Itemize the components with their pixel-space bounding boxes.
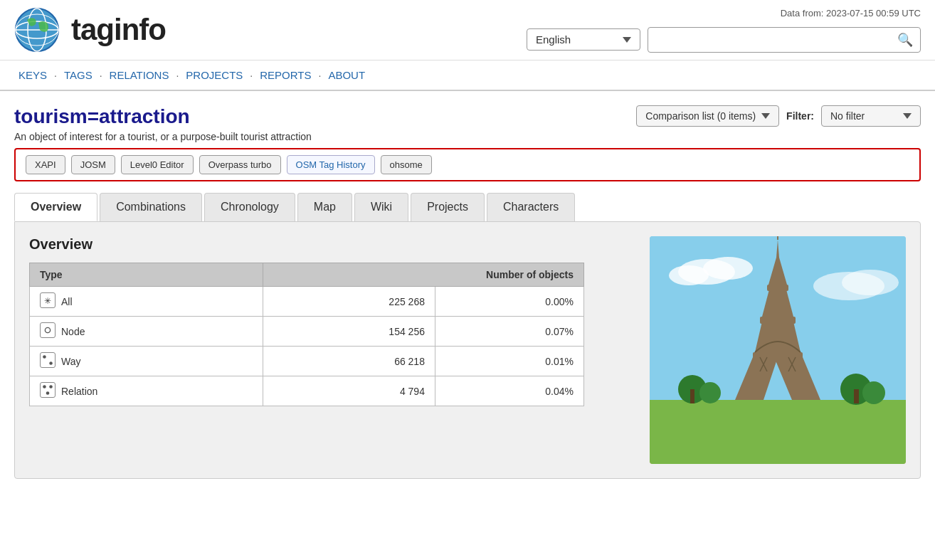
nav-item-keys[interactable]: KEYS <box>14 60 51 90</box>
nav-link-tags[interactable]: TAGS <box>60 60 97 90</box>
svg-rect-21 <box>753 352 803 361</box>
filter-selector[interactable]: No filter <box>821 105 921 127</box>
external-links-box: XAPI JOSM Level0 Editor Overpass turbo O… <box>14 148 921 181</box>
percent-cell: 0.04% <box>435 376 583 406</box>
svg-point-9 <box>43 385 46 389</box>
svg-point-11 <box>46 391 50 395</box>
comparison-list-label: Comparison list (0 items) <box>645 110 756 122</box>
svg-point-34 <box>699 382 721 403</box>
globe-icon <box>14 7 60 53</box>
josm-link[interactable]: JOSM <box>71 155 115 174</box>
header-left: taginfo <box>14 7 166 53</box>
search-icon[interactable]: 🔍 <box>897 32 913 48</box>
overview-left: Overview Type Number of objects ✳ All 22… <box>29 236 635 464</box>
nav-item-tags[interactable]: TAGS <box>60 60 97 90</box>
search-box: 🔍 <box>648 27 921 53</box>
xapi-link[interactable]: XAPI <box>26 155 65 174</box>
nav-item-projects[interactable]: PROJECTS <box>181 60 247 90</box>
table-row: Relation 4 794 0.04% <box>30 376 584 406</box>
nav-link-relations[interactable]: RELATIONS <box>105 60 174 90</box>
nav-item-relations[interactable]: RELATIONS <box>105 60 174 90</box>
tag-key: tourism <box>14 105 88 127</box>
type-label: All <box>61 296 73 307</box>
svg-point-15 <box>669 265 709 285</box>
count-cell: 225 268 <box>263 287 435 317</box>
count-cell: 154 256 <box>263 317 435 347</box>
header-controls: English 🔍 <box>527 27 921 53</box>
col-objects-header: Number of objects <box>263 263 583 287</box>
language-label: English <box>536 33 571 46</box>
col-type-header: Type <box>30 263 263 287</box>
nav-separator-4: · <box>247 61 255 90</box>
percent-cell: 0.00% <box>435 287 583 317</box>
svg-rect-37 <box>690 389 694 403</box>
ohsome-link[interactable]: ohsome <box>381 155 432 174</box>
tag-controls: Comparison list (0 items) Filter: No fil… <box>636 105 921 127</box>
all-icon: ✳ <box>40 292 56 310</box>
nav-item-about[interactable]: ABOUT <box>324 60 369 90</box>
svg-rect-25 <box>767 285 788 291</box>
count-cell: 66 218 <box>263 347 435 376</box>
svg-point-17 <box>842 270 899 295</box>
overpass-turbo-link[interactable]: Overpass turbo <box>199 155 281 174</box>
type-cell: Relation <box>30 376 263 406</box>
nav-link-reports[interactable]: REPORTS <box>255 60 315 90</box>
tab-wiki[interactable]: Wiki <box>354 193 408 221</box>
nav-link-about[interactable]: ABOUT <box>324 60 369 90</box>
tab-characters[interactable]: Characters <box>487 193 575 221</box>
tab-overview[interactable]: Overview <box>14 193 97 221</box>
svg-point-36 <box>862 381 885 404</box>
chevron-down-icon-comparison <box>761 113 770 119</box>
count-cell: 4 794 <box>263 376 435 406</box>
page-content: tourism=attraction An object of interest… <box>0 91 935 479</box>
data-info: Data from: 2023-07-15 00:59 UTC <box>781 8 921 19</box>
eiffel-tower-image <box>650 236 906 464</box>
relation-icon <box>40 382 56 400</box>
language-selector[interactable]: English <box>527 28 640 51</box>
type-cell: Way <box>30 347 263 376</box>
node-icon <box>40 322 56 340</box>
nav-item-reports[interactable]: REPORTS <box>255 60 315 90</box>
tab-content-overview: Overview Type Number of objects ✳ All 22… <box>14 221 921 479</box>
svg-rect-23 <box>760 317 796 324</box>
nav-separator-5: · <box>316 61 324 90</box>
tag-equals: = <box>88 105 99 127</box>
tab-chronology[interactable]: Chronology <box>204 193 295 221</box>
chevron-down-icon-filter <box>903 113 912 119</box>
type-label: Node <box>61 326 85 337</box>
tab-map[interactable]: Map <box>297 193 352 221</box>
way-icon <box>40 352 56 370</box>
percent-cell: 0.01% <box>435 347 583 376</box>
nav-separator-3: · <box>173 61 181 90</box>
svg-point-6 <box>45 327 50 332</box>
type-cell: ✳ All <box>30 287 263 317</box>
tag-title: tourism=attraction <box>14 105 312 128</box>
tab-combinations[interactable]: Combinations <box>100 193 202 221</box>
nav-link-keys[interactable]: KEYS <box>14 60 51 90</box>
filter-label: Filter: <box>786 110 814 122</box>
tab-projects[interactable]: Projects <box>411 193 485 221</box>
nav-separator-2: · <box>97 61 105 90</box>
table-row: Node 154 256 0.07% <box>30 317 584 347</box>
percent-cell: 0.07% <box>435 317 583 347</box>
header-right: Data from: 2023-07-15 00:59 UTC English … <box>527 8 921 53</box>
svg-rect-38 <box>854 389 859 403</box>
search-input[interactable] <box>655 33 897 46</box>
tabs: Overview Combinations Chronology Map Wik… <box>14 193 921 221</box>
overview-section: Overview Type Number of objects ✳ All 22… <box>29 236 906 464</box>
overview-title: Overview <box>29 236 635 253</box>
osm-tag-history-link[interactable]: OSM Tag History <box>287 155 375 174</box>
svg-text:✳: ✳ <box>44 296 51 306</box>
type-label: Relation <box>61 386 97 397</box>
logo-text: taginfo <box>71 13 166 47</box>
tag-value: attraction <box>99 105 190 127</box>
level0-editor-link[interactable]: Level0 Editor <box>121 155 194 174</box>
type-cell: Node <box>30 317 263 347</box>
svg-point-8 <box>49 361 53 365</box>
chevron-down-icon <box>623 37 631 43</box>
type-label: Way <box>61 356 80 367</box>
overview-image <box>650 236 906 464</box>
svg-point-10 <box>49 385 53 389</box>
comparison-list-button[interactable]: Comparison list (0 items) <box>636 105 779 127</box>
nav-link-projects[interactable]: PROJECTS <box>181 60 247 90</box>
